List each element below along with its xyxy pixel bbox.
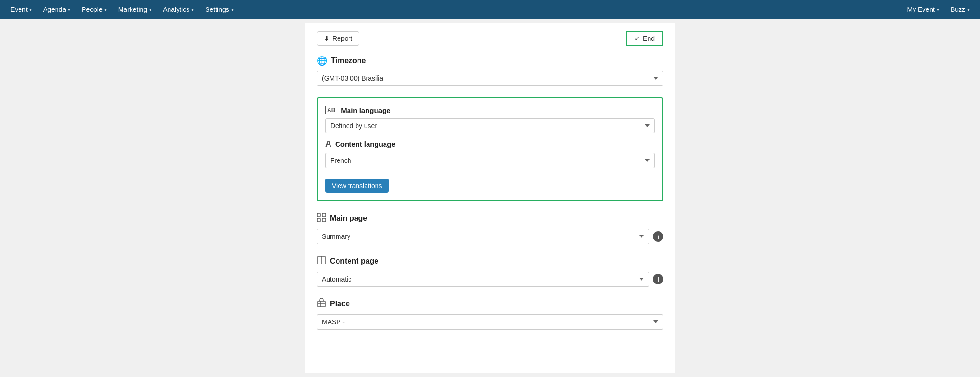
main-language-header: AB Main language — [325, 106, 655, 114]
download-icon: ⬇ — [324, 35, 330, 42]
svg-rect-6 — [318, 301, 325, 307]
view-translations-button[interactable]: View translations — [325, 179, 389, 193]
main-language-select[interactable]: Defined by user — [325, 118, 655, 133]
main-page-section: Main page Summary i — [317, 213, 663, 244]
chevron-down-icon: ▾ — [29, 7, 32, 12]
main-page-select[interactable]: Summary — [317, 229, 649, 244]
nav-item-my-event[interactable]: My Event ▾ — [903, 0, 944, 19]
content-panel: ⬇ Report ✓ End 🌐 Timezone (GMT-03:00) Br… — [305, 23, 675, 373]
nav-item-agenda[interactable]: Agenda ▾ — [38, 0, 75, 19]
timezone-section-header: 🌐 Timezone — [317, 56, 663, 66]
main-page-info-icon[interactable]: i — [653, 231, 663, 242]
end-button[interactable]: ✓ End — [626, 31, 663, 46]
check-icon: ✓ — [634, 35, 640, 42]
svg-rect-2 — [317, 218, 320, 222]
a-icon: A — [325, 139, 331, 149]
report-button[interactable]: ⬇ Report — [317, 31, 359, 46]
place-select[interactable]: MASP - — [317, 314, 663, 330]
content-language-select[interactable]: French — [325, 153, 655, 168]
timezone-section: 🌐 Timezone (GMT-03:00) Brasilia — [317, 56, 663, 86]
svg-rect-3 — [322, 218, 326, 222]
top-navigation: Event ▾ Agenda ▾ People ▾ Marketing ▾ An… — [0, 0, 980, 19]
chevron-down-icon: ▾ — [231, 7, 234, 12]
content-language-header: A Content language — [325, 139, 655, 149]
chevron-down-icon: ▾ — [937, 7, 939, 12]
content-page-header: Content page — [317, 255, 663, 267]
book-icon — [317, 255, 326, 267]
globe-icon: 🌐 — [317, 56, 327, 66]
main-page-select-row: Summary i — [317, 229, 663, 244]
nav-item-settings[interactable]: Settings ▾ — [200, 0, 238, 19]
nav-right: My Event ▾ Buzz ▾ — [903, 0, 974, 19]
place-icon — [317, 298, 326, 310]
action-row: ⬇ Report ✓ End — [317, 31, 663, 46]
nav-item-people[interactable]: People ▾ — [77, 0, 112, 19]
main-language-subsection: AB Main language Defined by user — [325, 106, 655, 133]
chevron-down-icon: ▾ — [104, 7, 107, 12]
language-section: AB Main language Defined by user A Conte… — [317, 97, 663, 201]
ab-icon: AB — [325, 106, 337, 114]
content-page-info-icon[interactable]: i — [653, 274, 663, 284]
chevron-down-icon: ▾ — [967, 7, 970, 12]
content-language-subsection: A Content language French — [325, 139, 655, 168]
svg-rect-1 — [322, 213, 326, 217]
nav-item-analytics[interactable]: Analytics ▾ — [158, 0, 198, 19]
main-content: ⬇ Report ✓ End 🌐 Timezone (GMT-03:00) Br… — [0, 19, 980, 377]
grid-icon — [317, 213, 326, 224]
content-page-select[interactable]: Automatic — [317, 272, 649, 287]
content-page-section: Content page Automatic i — [317, 255, 663, 287]
timezone-select[interactable]: (GMT-03:00) Brasilia — [317, 71, 663, 86]
place-header: Place — [317, 298, 663, 310]
chevron-down-icon: ▾ — [149, 7, 151, 12]
nav-item-marketing[interactable]: Marketing ▾ — [113, 0, 156, 19]
chevron-down-icon: ▾ — [191, 7, 194, 12]
nav-item-event[interactable]: Event ▾ — [6, 0, 37, 19]
content-page-select-row: Automatic i — [317, 272, 663, 287]
place-section: Place MASP - — [317, 298, 663, 330]
nav-item-buzz[interactable]: Buzz ▾ — [946, 0, 974, 19]
nav-left: Event ▾ Agenda ▾ People ▾ Marketing ▾ An… — [6, 0, 238, 19]
main-page-header: Main page — [317, 213, 663, 224]
chevron-down-icon: ▾ — [68, 7, 70, 12]
svg-rect-0 — [317, 213, 320, 217]
